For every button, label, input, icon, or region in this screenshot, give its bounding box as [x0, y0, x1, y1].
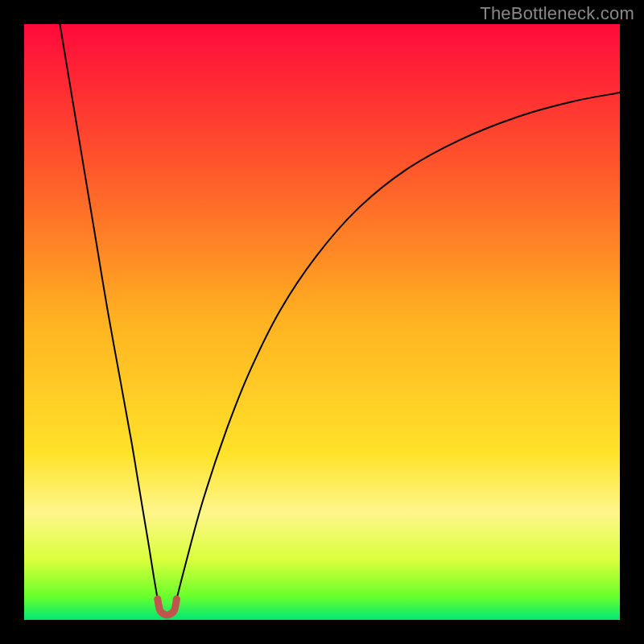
plot-background: [24, 24, 620, 620]
bottleneck-chart: [24, 24, 620, 620]
outer-frame: TheBottleneck.com: [0, 0, 644, 644]
watermark-text: TheBottleneck.com: [480, 3, 634, 24]
